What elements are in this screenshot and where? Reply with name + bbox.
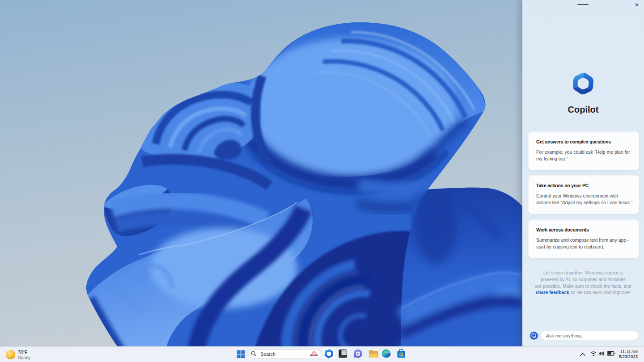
svg-text:Search: Search: [261, 351, 275, 357]
